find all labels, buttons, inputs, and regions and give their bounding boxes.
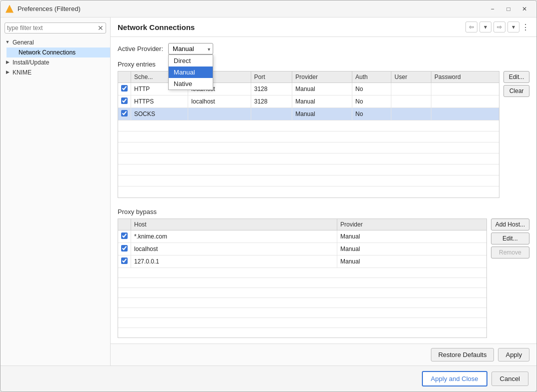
panel-nav: ⇦ ▾ ⇨ ▾ ⋮ bbox=[465, 22, 529, 32]
col-checkbox bbox=[118, 72, 131, 83]
sidebar-filter[interactable]: ✕ bbox=[5, 22, 106, 34]
proxy-user bbox=[391, 108, 431, 120]
list-item[interactable]: localhost Manual bbox=[118, 242, 486, 255]
proxy-table-wrapper: Sche... Host Port Provider Auth User Pas… bbox=[118, 71, 499, 198]
clear-proxy-button[interactable]: Clear bbox=[503, 85, 529, 97]
proxy-auth: No bbox=[352, 108, 391, 120]
proxy-user bbox=[391, 83, 431, 96]
bypass-row-checkbox[interactable] bbox=[121, 245, 128, 252]
dropdown-option-direct[interactable]: Direct bbox=[169, 55, 213, 66]
bypass-col-checkbox bbox=[118, 219, 131, 230]
nav-back-button[interactable]: ⇦ bbox=[465, 22, 477, 32]
proxy-provider: Manual bbox=[292, 96, 352, 108]
restore-defaults-button[interactable]: Restore Defaults bbox=[431, 348, 494, 362]
chevron-right-icon: ▶ bbox=[5, 60, 11, 66]
sidebar-item-network-connections[interactable]: Network Connections bbox=[7, 48, 110, 58]
active-provider-label: Active Provider: bbox=[118, 45, 163, 52]
apply-and-close-button[interactable]: Apply and Close bbox=[422, 371, 487, 386]
proxy-bypass-section: Proxy bypass Host Provider bbox=[118, 208, 529, 338]
proxy-provider: Manual bbox=[292, 108, 352, 120]
bypass-host: *.knime.com bbox=[131, 230, 337, 242]
proxy-scheme: SOCKS bbox=[131, 108, 188, 120]
bypass-row-checkbox[interactable] bbox=[121, 258, 128, 264]
maximize-button[interactable]: □ bbox=[501, 4, 515, 14]
active-provider-row: Active Provider: Manual ▾ Direct Manual … bbox=[118, 43, 529, 54]
proxy-auth: No bbox=[352, 96, 391, 108]
nav-forward-dropdown-button[interactable]: ▾ bbox=[507, 22, 519, 32]
col-password: Password bbox=[431, 72, 499, 83]
proxy-side-buttons: Edit... Clear bbox=[499, 71, 529, 97]
add-host-button[interactable]: Add Host... bbox=[491, 218, 529, 230]
nav-dropdown-button[interactable]: ▾ bbox=[479, 22, 491, 32]
list-item[interactable]: *.knime.com Manual bbox=[118, 230, 486, 242]
sidebar-item-install-update[interactable]: ▶ Install/Update bbox=[1, 58, 110, 68]
sidebar-tree-group: Network Connections bbox=[1, 48, 110, 58]
dropdown-option-manual[interactable]: Manual bbox=[169, 66, 213, 78]
proxy-row-checkbox[interactable] bbox=[121, 110, 128, 116]
remove-bypass-button[interactable]: Remove bbox=[491, 246, 529, 258]
sidebar-item-knime[interactable]: ▶ KNIME bbox=[1, 68, 110, 78]
edit-proxy-button[interactable]: Edit... bbox=[503, 71, 529, 83]
proxy-provider: Manual bbox=[292, 83, 352, 96]
footer-bar: Apply and Close Cancel bbox=[1, 366, 536, 392]
proxy-port: 3128 bbox=[251, 96, 292, 108]
active-provider-dropdown-wrapper[interactable]: Manual ▾ Direct Manual Native bbox=[168, 43, 213, 54]
bypass-table-body: *.knime.com Manual localhost Manual bbox=[118, 230, 486, 338]
bypass-provider: Manual bbox=[337, 230, 486, 242]
right-panel: Network Connections ⇦ ▾ ⇨ ▾ ⋮ Active Pro… bbox=[111, 18, 536, 366]
chevron-right-icon: ▶ bbox=[5, 70, 11, 76]
active-provider-select[interactable]: Manual bbox=[168, 43, 213, 54]
preferences-window: Preferences (Filtered) − □ ✕ ✕ ▼ General… bbox=[0, 0, 537, 392]
bypass-table-wrapper: Host Provider *.knime.com Manual bbox=[118, 218, 487, 338]
proxy-host bbox=[188, 108, 251, 120]
proxy-port: 3128 bbox=[251, 83, 292, 96]
proxy-auth: No bbox=[352, 83, 391, 96]
apply-button[interactable]: Apply bbox=[498, 348, 529, 362]
sidebar-item-label: Install/Update bbox=[13, 59, 49, 66]
sidebar-item-label: Network Connections bbox=[19, 49, 76, 56]
proxy-row-checkbox[interactable] bbox=[121, 98, 128, 104]
bypass-table: Host Provider *.knime.com Manual bbox=[118, 219, 486, 338]
minimize-button[interactable]: − bbox=[485, 4, 499, 14]
proxy-host: localhost bbox=[188, 96, 251, 108]
nav-forward-button[interactable]: ⇨ bbox=[493, 22, 505, 32]
proxy-row-checkbox[interactable] bbox=[121, 85, 128, 92]
close-button[interactable]: ✕ bbox=[517, 4, 531, 14]
sidebar-item-label: KNIME bbox=[13, 69, 32, 76]
proxy-password bbox=[431, 96, 499, 108]
panel-title: Network Connections bbox=[118, 23, 195, 32]
dropdown-option-native[interactable]: Native bbox=[169, 78, 213, 90]
nav-more-icon[interactable]: ⋮ bbox=[521, 22, 529, 32]
bypass-table-header: Host Provider bbox=[118, 219, 486, 230]
spacer-icon bbox=[11, 50, 17, 56]
proxy-entries-table: Sche... Host Port Provider Auth User Pas… bbox=[118, 72, 499, 198]
table-row[interactable]: HTTPS localhost 3128 Manual No bbox=[118, 96, 499, 108]
bypass-host: localhost bbox=[131, 242, 337, 255]
window-title: Preferences (Filtered) bbox=[18, 5, 485, 12]
col-auth: Auth bbox=[352, 72, 391, 83]
list-item[interactable]: 127.0.0.1 Manual bbox=[118, 255, 486, 268]
panel-header: Network Connections ⇦ ▾ ⇨ ▾ ⋮ bbox=[111, 18, 536, 37]
sidebar-filter-input[interactable] bbox=[7, 24, 98, 32]
panel-content: Active Provider: Manual ▾ Direct Manual … bbox=[111, 37, 536, 344]
provider-dropdown-menu[interactable]: Direct Manual Native bbox=[168, 54, 213, 90]
bypass-host: 127.0.0.1 bbox=[131, 255, 337, 268]
proxy-entries-section: Sche... Host Port Provider Auth User Pas… bbox=[118, 71, 529, 204]
bypass-row-checkbox[interactable] bbox=[121, 232, 128, 239]
col-port: Port bbox=[251, 72, 292, 83]
proxy-port bbox=[251, 108, 292, 120]
proxy-user bbox=[391, 96, 431, 108]
proxy-bypass-label: Proxy bypass bbox=[118, 208, 529, 216]
sidebar: ✕ ▼ General Network Connections ▶ Instal… bbox=[1, 18, 111, 366]
table-row[interactable]: SOCKS Manual No bbox=[118, 108, 499, 120]
col-user: User bbox=[391, 72, 431, 83]
app-icon bbox=[6, 5, 14, 13]
main-content: ✕ ▼ General Network Connections ▶ Instal… bbox=[1, 18, 536, 366]
sidebar-item-general[interactable]: ▼ General bbox=[1, 38, 110, 48]
chevron-down-icon: ▼ bbox=[5, 40, 11, 46]
edit-bypass-button[interactable]: Edit... bbox=[491, 232, 529, 244]
proxy-password bbox=[431, 83, 499, 96]
cancel-button[interactable]: Cancel bbox=[491, 372, 528, 386]
window-controls: − □ ✕ bbox=[485, 4, 531, 14]
sidebar-filter-clear-button[interactable]: ✕ bbox=[98, 24, 104, 32]
